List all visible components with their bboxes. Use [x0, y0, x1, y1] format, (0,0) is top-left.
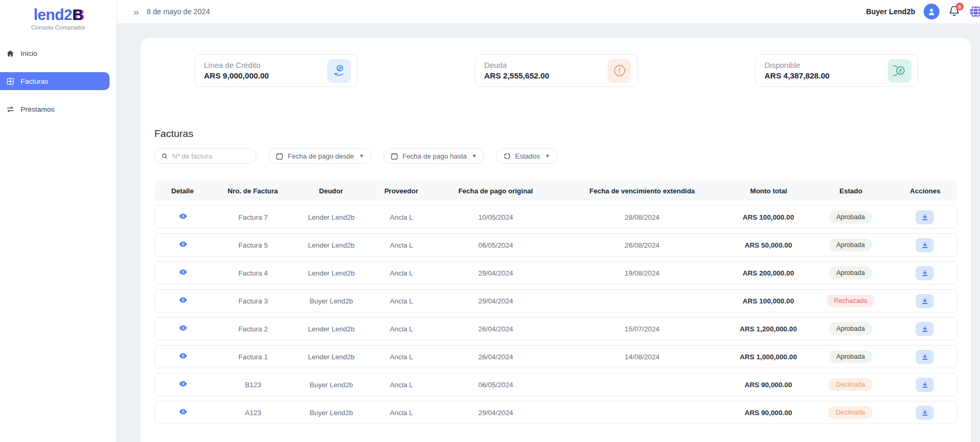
table-row: Factura 4 Lender Lend2b Ancla L 29/04/20… — [154, 261, 957, 284]
status-badge: Aprobada — [829, 239, 872, 251]
sidebar-item-facturas[interactable]: Facturas — [0, 72, 110, 90]
coins-icon — [888, 59, 912, 83]
chevron-down-icon: ▼ — [545, 153, 550, 159]
filter-states[interactable]: Estados ▼ — [496, 148, 557, 164]
status-badge: Rechazada — [827, 294, 875, 307]
invoice-search-input[interactable] — [172, 152, 250, 160]
sidebar-item-label: Inicio — [21, 50, 37, 57]
column-header: Deudor — [295, 187, 367, 195]
invoice-number: Factura 3 — [211, 297, 296, 305]
main-panel: Línea de CréditoARS 9,000,000.00DeudaARS… — [141, 38, 971, 442]
view-detail-button[interactable] — [179, 212, 188, 221]
extended-due-date: 28/08/2024 — [556, 213, 728, 221]
download-button[interactable] — [916, 294, 934, 308]
column-header: Detalle — [154, 187, 211, 195]
extended-due-date: 26/08/2024 — [556, 241, 728, 249]
download-button[interactable] — [916, 406, 934, 420]
total-amount: ARS 90,000.00 — [728, 381, 808, 389]
invoice-search[interactable] — [154, 148, 257, 164]
debtor: Buyer Lend2b — [295, 297, 367, 305]
chevron-down-icon: ▼ — [359, 153, 364, 159]
eye-icon — [179, 268, 188, 277]
alert-octagon-icon — [607, 59, 631, 83]
view-detail-button[interactable] — [179, 323, 188, 332]
invoice-number: A123 — [211, 409, 296, 417]
total-amount: ARS 1,000,000.00 — [728, 353, 808, 361]
download-icon — [921, 269, 929, 277]
eye-icon — [179, 296, 188, 305]
status-circle-icon — [503, 152, 511, 160]
table-row: Factura 3 Buyer Lend2b Ancla L 29/04/202… — [154, 289, 957, 312]
provider: Ancla L — [367, 213, 435, 221]
download-icon — [921, 325, 929, 333]
download-icon — [921, 213, 929, 221]
eye-icon — [179, 379, 188, 388]
user-name: Buyer Lend2b — [866, 7, 915, 16]
debtor: Lender Lend2b — [295, 269, 367, 277]
invoice-number: Factura 7 — [211, 213, 296, 221]
debtor: Buyer Lend2b — [295, 381, 367, 389]
brand-logo: lend2B Consola Comprador — [0, 0, 116, 31]
summary-card: Línea de CréditoARS 9,000,000.00 — [194, 54, 358, 87]
download-icon — [921, 297, 929, 305]
filter-date-from-label: Fecha de pago desde — [288, 152, 354, 160]
sidebar-item-inicio[interactable]: Inicio — [0, 44, 110, 62]
sidebar-item-prestamos[interactable]: Préstamos — [0, 100, 110, 118]
total-amount: ARS 100,000.00 — [728, 213, 808, 221]
current-date: 8 de mayo de 2024 — [147, 7, 210, 16]
original-payment-date: 06/05/2024 — [436, 241, 556, 249]
status-badge: Aprobada — [829, 350, 872, 363]
card-label: Línea de Crédito — [204, 61, 269, 70]
download-button[interactable] — [916, 238, 934, 252]
page-title: Facturas — [154, 128, 957, 140]
debtor: Lender Lend2b — [295, 353, 367, 361]
view-detail-button[interactable] — [179, 240, 188, 249]
provider: Ancla L — [367, 353, 435, 361]
total-amount: ARS 90,000.00 — [728, 409, 808, 417]
card-label: Deuda — [484, 61, 549, 70]
view-detail-button[interactable] — [179, 407, 188, 416]
invoice-number: B123 — [211, 381, 296, 389]
eye-icon — [179, 407, 188, 416]
language-globe-button[interactable] — [969, 5, 980, 18]
notifications-button[interactable]: 5 — [948, 5, 961, 18]
filter-date-from[interactable]: Fecha de pago desde ▼ — [268, 148, 371, 164]
original-payment-date: 26/04/2024 — [436, 353, 556, 361]
column-header: Fecha de vencimiento extendida — [556, 187, 729, 195]
debtor: Lender Lend2b — [295, 325, 367, 333]
swap-arrows-icon — [6, 105, 15, 114]
download-button[interactable] — [916, 322, 934, 336]
logo-text-primary: lend2 — [34, 6, 72, 23]
eye-icon — [179, 240, 188, 249]
provider: Ancla L — [367, 241, 435, 249]
original-payment-date: 29/04/2024 — [436, 269, 556, 277]
card-value: ARS 2,555,652.00 — [484, 71, 549, 80]
logo-text-accent: B — [72, 6, 83, 23]
user-avatar[interactable] — [924, 4, 939, 19]
filter-date-to-label: Fecha de pago hasta — [403, 152, 467, 160]
notification-count-badge: 5 — [956, 3, 964, 11]
provider: Ancla L — [367, 325, 435, 333]
view-detail-button[interactable] — [179, 379, 188, 388]
status-badge: Aprobada — [829, 211, 872, 223]
download-button[interactable] — [916, 266, 934, 280]
table-row: Factura 1 Lender Lend2b Ancla L 26/04/20… — [154, 345, 957, 368]
column-header: Nro. de Factura — [211, 187, 295, 195]
status-badge: Declinada — [828, 406, 873, 419]
column-header: Monto total — [729, 187, 809, 195]
calendar-icon — [390, 152, 398, 160]
view-detail-button[interactable] — [179, 296, 188, 305]
view-detail-button[interactable] — [179, 351, 188, 360]
filter-date-to[interactable]: Fecha de pago hasta ▼ — [383, 148, 484, 164]
total-amount: ARS 100,000.00 — [728, 297, 808, 305]
download-button[interactable] — [916, 210, 934, 224]
download-button[interactable] — [916, 350, 934, 364]
download-button[interactable] — [916, 378, 934, 392]
provider: Ancla L — [367, 297, 435, 305]
view-detail-button[interactable] — [179, 268, 188, 277]
sidebar-collapse-icon[interactable]: » — [133, 7, 139, 17]
eye-icon — [179, 212, 188, 221]
home-icon — [6, 49, 15, 58]
original-payment-date: 29/04/2024 — [436, 409, 556, 417]
total-amount: ARS 200,000.00 — [728, 269, 808, 277]
